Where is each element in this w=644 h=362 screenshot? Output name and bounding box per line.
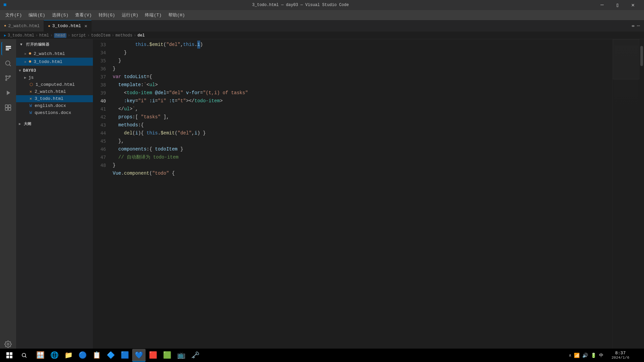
code-line-35: }	[113, 57, 612, 65]
code-line-40b: </ul>`,	[113, 105, 612, 113]
sidebar-2watch-label: 2_watch.html	[34, 51, 65, 56]
breadcrumb-head[interactable]: head	[54, 33, 66, 38]
menu-help[interactable]: 帮助(H)	[166, 11, 187, 19]
svg-point-18	[22, 353, 26, 357]
breadcrumb-sep-5: ›	[112, 33, 114, 38]
split-editor-icon[interactable]: ⇼	[632, 22, 635, 29]
menu-file[interactable]: 文件(F)	[3, 11, 24, 19]
systray-sound-icon[interactable]: 🔊	[582, 353, 588, 358]
code-editor[interactable]: 33 34 35 36 37 38 39 40 41 42 43 44 45 4…	[93, 39, 612, 354]
modified-dot-3todo: ●	[29, 59, 32, 65]
svg-point-5	[6, 76, 7, 77]
svg-rect-2	[6, 49, 9, 50]
line-num-47: 47	[93, 153, 106, 161]
taskbar-app12[interactable]: 🗝️	[189, 349, 202, 362]
tab-3todo-icon: ●	[48, 24, 50, 28]
taskbar-app6[interactable]: 🔷	[104, 349, 117, 362]
breadcrumb-bar: ▶ 3_todo.html › html › head › script › t…	[0, 32, 644, 39]
sidebar-file-3todo[interactable]: ✕ ● 3_todo.html	[16, 58, 93, 66]
minimize-button[interactable]: —	[594, 0, 610, 10]
docx-icon-english: W	[30, 104, 32, 108]
breadcrumb-script[interactable]: script	[71, 33, 86, 38]
sidebar-day03-folder[interactable]: ▼ DAY03	[16, 67, 93, 74]
close-button[interactable]: ✕	[625, 0, 641, 10]
breadcrumb-todoitem-label: todoItem	[91, 33, 111, 38]
tab-bar: ● 2_watch.html ● 3_todo.html ✕ ⇼ ⋯	[0, 20, 644, 32]
more-actions-icon[interactable]: ⋯	[637, 22, 640, 29]
svg-point-6	[9, 76, 11, 77]
systray-network-icon[interactable]: 📶	[574, 353, 580, 358]
taskbar-app11[interactable]: 📺	[174, 349, 188, 362]
svg-rect-1	[6, 48, 11, 49]
systray-battery-icon[interactable]: 🔋	[591, 353, 596, 358]
taskbar-chrome-icon[interactable]: 🌐	[48, 349, 61, 362]
sidebar-1computed-label: 1_computed.html	[36, 82, 75, 87]
breadcrumb-del[interactable]: del	[138, 33, 145, 38]
menu-terminal[interactable]: 终端(T)	[142, 11, 164, 19]
outline-title[interactable]: ▶ 大纲	[16, 120, 93, 127]
taskbar-vscode-app[interactable]: 💙	[132, 349, 146, 362]
svg-point-7	[6, 79, 7, 81]
tab-3todo[interactable]: ● 3_todo.html ✕	[44, 20, 92, 32]
menu-run[interactable]: 运行(R)	[119, 11, 141, 19]
breadcrumb-file[interactable]: 3_todo.html	[8, 33, 34, 38]
taskbar-app3[interactable]: 📁	[62, 349, 75, 362]
breadcrumb-html[interactable]: html	[39, 33, 49, 38]
menu-goto[interactable]: 转到(G)	[96, 11, 118, 19]
search-taskbar-button[interactable]	[17, 349, 31, 362]
line-num-46: 46	[93, 145, 106, 153]
line-num-38: 38	[93, 81, 106, 89]
close-icon-3todo[interactable]: ✕	[24, 60, 26, 64]
menu-select[interactable]: 选择(S)	[49, 11, 71, 19]
line-num-37: 37	[93, 73, 106, 81]
sidebar-1computed[interactable]: ⬡ 1_computed.html	[16, 81, 93, 88]
systray-cn-icon[interactable]: 中	[599, 352, 603, 358]
breadcrumb-script-label: script	[71, 33, 86, 38]
svg-rect-14	[6, 352, 9, 355]
breadcrumb-head-label: head	[55, 33, 65, 38]
taskbar-app9[interactable]: 🟥	[146, 349, 160, 362]
tab-2watch[interactable]: ● 2_watch.html	[0, 20, 44, 32]
menu-view[interactable]: 查看(V)	[72, 11, 94, 19]
sidebar-english-docx[interactable]: W english.docx	[16, 102, 93, 109]
explorer-icon[interactable]	[1, 42, 15, 55]
close-icon-2watch[interactable]: ✕	[24, 52, 26, 56]
taskbar-app10[interactable]: 🟩	[160, 349, 174, 362]
extensions-icon[interactable]	[1, 101, 15, 114]
taskbar-windows-icon[interactable]: 🪟	[34, 349, 47, 362]
search-icon[interactable]	[1, 57, 15, 70]
taskbar-app7[interactable]: 🟦	[118, 349, 131, 362]
sidebar-file-2watch[interactable]: ✕ ● 2_watch.html	[16, 50, 93, 58]
windows-start-button[interactable]	[3, 349, 16, 362]
svg-rect-11	[5, 108, 8, 110]
code-line-41: props:[ "tasks" ],	[113, 113, 612, 121]
code-line-40: :key="i" :i="i" :t="t"></todo-item>	[113, 97, 612, 105]
show-desktop-button[interactable]	[635, 349, 641, 362]
outline-section: ▶ 大纲	[16, 120, 93, 127]
sidebar-questions-label: questions.docx	[35, 110, 71, 115]
code-text-area[interactable]: this.$emit("del",this.i) } } }	[110, 39, 612, 354]
breadcrumb-html-label: html	[39, 33, 49, 38]
code-line-43: del(i){ this.$emit("del",i) }	[113, 129, 612, 137]
tab-3todo-close[interactable]: ✕	[85, 23, 87, 29]
scrollbar-thumb[interactable]	[640, 46, 643, 66]
run-debug-icon[interactable]	[1, 86, 15, 100]
sidebar-3todo-tree[interactable]: ✕ 3_todo.html	[16, 95, 93, 102]
breadcrumb-methods[interactable]: methods	[115, 33, 132, 38]
breadcrumb-todoitem[interactable]: todoItem	[91, 33, 111, 38]
taskbar-app5[interactable]: 📋	[90, 349, 103, 362]
code-line-47: }	[113, 161, 612, 169]
menu-edit[interactable]: 编辑(E)	[26, 11, 48, 19]
sidebar-2watch-tree[interactable]: ✕ 2_watch.html	[16, 88, 93, 95]
day03-folder-label: DAY03	[23, 68, 36, 73]
editor-scroll-area[interactable]: 33 34 35 36 37 38 39 40 41 42 43 44 45 4…	[93, 39, 612, 354]
sidebar-questions-docx[interactable]: W questions.docx	[16, 109, 93, 116]
code-line-48: Vue.component("todo" {	[113, 169, 612, 177]
taskbar-app4[interactable]: 🔵	[76, 349, 89, 362]
systray-up-icon[interactable]: ∧	[569, 353, 571, 358]
scrollbar-track[interactable]	[639, 39, 644, 354]
sidebar-js-folder[interactable]: ▶ js	[16, 74, 93, 81]
source-control-icon[interactable]	[1, 71, 15, 85]
clock[interactable]: 8:37 2024/1/6	[609, 351, 632, 360]
maximize-button[interactable]: ▯	[610, 0, 625, 10]
